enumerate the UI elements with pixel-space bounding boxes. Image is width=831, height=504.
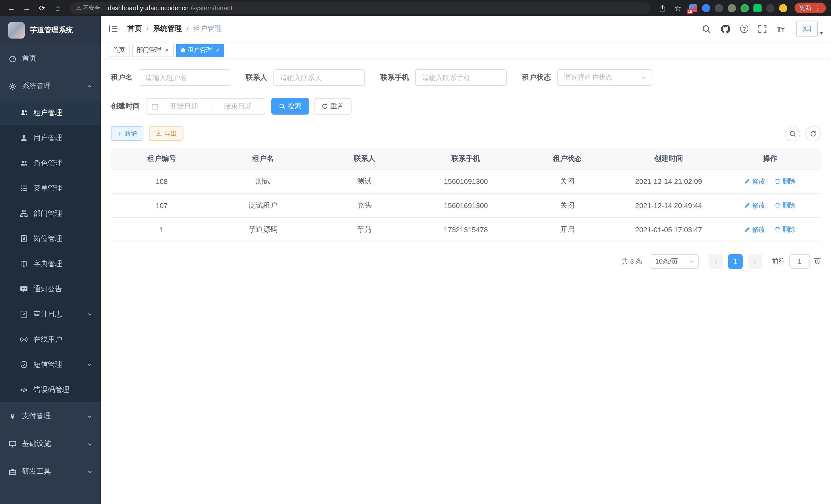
- app-logo[interactable]: 芋道管理系统: [0, 16, 101, 45]
- pagination-total: 共 3 条: [622, 257, 642, 266]
- sidebar-item-online-users[interactable]: 在线用户: [0, 327, 101, 352]
- bookmark-button[interactable]: ☆: [672, 2, 684, 14]
- edit-link[interactable]: 修改: [744, 225, 766, 234]
- sidebar-item-home[interactable]: 首页: [0, 45, 101, 72]
- date-range-picker[interactable]: 开始日期 - 结束日期: [146, 98, 265, 115]
- share-button[interactable]: [656, 2, 668, 14]
- sidebar-item-error-codes[interactable]: </> 错误码管理: [0, 377, 101, 402]
- github-link[interactable]: [720, 24, 730, 34]
- delete-link[interactable]: 删除: [775, 201, 796, 210]
- help-button[interactable]: ?: [740, 25, 748, 33]
- tab-home[interactable]: 首页: [108, 43, 130, 57]
- edit-link[interactable]: 修改: [744, 201, 766, 210]
- toggle-search-button[interactable]: [785, 126, 800, 141]
- security-chip[interactable]: ⚠ 不安全: [76, 4, 100, 12]
- contact-input[interactable]: [274, 69, 365, 86]
- sidebar-item-dictionary[interactable]: 字典管理: [0, 251, 101, 276]
- chevron-down-icon: [87, 312, 92, 317]
- font-size-button[interactable]: TT: [776, 24, 784, 33]
- back-icon: ←: [7, 4, 15, 12]
- export-button[interactable]: 导出: [149, 126, 183, 141]
- delete-link[interactable]: 删除: [775, 176, 796, 186]
- sidebar-item-audit-logs[interactable]: 审计日志: [0, 302, 101, 327]
- monitor-icon: [8, 440, 17, 448]
- reset-button[interactable]: 重置: [314, 98, 351, 115]
- sidebar-item-label: 在线用户: [33, 335, 92, 344]
- close-icon[interactable]: ×: [164, 47, 169, 53]
- sidebar-item-roles[interactable]: 角色管理: [0, 151, 101, 176]
- sidebar-item-dev-tools[interactable]: 研发工具: [0, 458, 101, 485]
- security-label: 不安全: [83, 4, 100, 12]
- code-icon: </>: [20, 386, 28, 394]
- sidebar-item-tenant[interactable]: 租户管理: [0, 100, 101, 125]
- add-button[interactable]: + 新增: [111, 126, 143, 141]
- chevron-up-icon: [87, 84, 92, 89]
- sidebar-item-users[interactable]: 用户管理: [0, 125, 101, 151]
- active-dot: [181, 48, 185, 52]
- extension-icon-7[interactable]: [766, 4, 774, 12]
- tab-tenant[interactable]: 租户管理 ×: [176, 43, 224, 57]
- sidebar-item-system[interactable]: 系统管理: [0, 72, 101, 100]
- extension-icon-6[interactable]: [753, 4, 762, 12]
- extension-icon-2[interactable]: [702, 4, 710, 12]
- delete-link[interactable]: 删除: [775, 225, 796, 234]
- address-bar[interactable]: ⚠ 不安全 dashboard.yudao.iocoder.cn/system/…: [70, 2, 650, 14]
- document-edit-icon: [20, 310, 28, 318]
- jump-page-input[interactable]: [790, 254, 810, 268]
- breadcrumb-home[interactable]: 首页: [127, 24, 142, 33]
- page-number-1[interactable]: 1: [728, 254, 743, 268]
- next-page-button[interactable]: ›: [748, 254, 762, 268]
- trash-icon: [775, 226, 781, 233]
- extension-icon-3[interactable]: [715, 4, 723, 12]
- search-button[interactable]: 搜索: [271, 98, 309, 115]
- sidebar-item-notices[interactable]: 通知公告: [0, 276, 101, 302]
- extension-badge: 10: [687, 9, 693, 14]
- browser-forward-button[interactable]: →: [21, 2, 33, 14]
- sidebar-item-infrastructure[interactable]: 基础设施: [0, 430, 101, 458]
- breadcrumb-current: 租户管理: [193, 24, 222, 33]
- collapse-sidebar-button[interactable]: [108, 23, 119, 34]
- cell-contact: 芋艿: [314, 217, 415, 241]
- fullscreen-button[interactable]: [758, 24, 767, 33]
- status-select[interactable]: 请选择租户状态: [557, 69, 652, 86]
- cell-contact: 秃头: [314, 193, 415, 217]
- cell-created: 2021-12-14 20:49:44: [618, 193, 719, 217]
- tab-department[interactable]: 部门管理 ×: [132, 43, 173, 57]
- sidebar-item-menus[interactable]: 菜单管理: [0, 176, 101, 201]
- tenant-table: 租户编号 租户名 联系人 联系手机 租户状态 创建时间 操作 108 测试: [111, 148, 821, 242]
- sidebar-item-label: 租户管理: [33, 108, 92, 117]
- tab-label: 首页: [113, 46, 125, 55]
- browser-reload-button[interactable]: ⟳: [36, 2, 48, 14]
- sidebar-item-payment[interactable]: ¥ 支付管理: [0, 402, 101, 430]
- trash-icon: [775, 202, 781, 208]
- extension-icon-4[interactable]: [728, 4, 736, 12]
- browser-update-button[interactable]: 更新 ⋮: [795, 3, 826, 13]
- broadcast-icon: [20, 335, 28, 344]
- extension-icon-8[interactable]: [779, 4, 787, 12]
- edit-link[interactable]: 修改: [744, 176, 766, 186]
- sidebar-item-label: 系统管理: [22, 82, 81, 91]
- page-size-select[interactable]: 10条/页: [650, 254, 699, 268]
- close-icon[interactable]: ×: [214, 47, 220, 53]
- sidebar-item-posts[interactable]: 岗位管理: [0, 226, 101, 251]
- extension-icon-5[interactable]: [741, 4, 749, 12]
- page-size-value: 10条/页: [655, 257, 689, 266]
- user-menu[interactable]: ▾: [796, 21, 823, 37]
- header-search-button[interactable]: [702, 24, 711, 33]
- add-button-label: 新增: [124, 129, 137, 138]
- breadcrumb-system[interactable]: 系统管理: [153, 24, 182, 33]
- sidebar-item-label: 通知公告: [33, 285, 92, 294]
- chevron-down-icon: [87, 469, 92, 474]
- sidebar-item-sms[interactable]: 短信管理: [0, 352, 101, 377]
- tenant-name-input[interactable]: [139, 69, 230, 86]
- browser-home-button[interactable]: ⌂: [51, 2, 64, 14]
- phone-input[interactable]: [415, 69, 507, 86]
- status-label: 租户状态: [522, 73, 551, 82]
- refresh-table-button[interactable]: [805, 126, 821, 141]
- app-title: 芋道管理系统: [30, 26, 73, 35]
- extension-icon-1[interactable]: 10: [689, 4, 697, 12]
- page-content: 租户名 联系人 联系手机 租户状态 请选择租户状态: [101, 59, 831, 504]
- browser-back-button[interactable]: ←: [5, 2, 18, 14]
- prev-page-button[interactable]: ‹: [709, 254, 723, 268]
- sidebar-item-departments[interactable]: 部门管理: [0, 201, 101, 226]
